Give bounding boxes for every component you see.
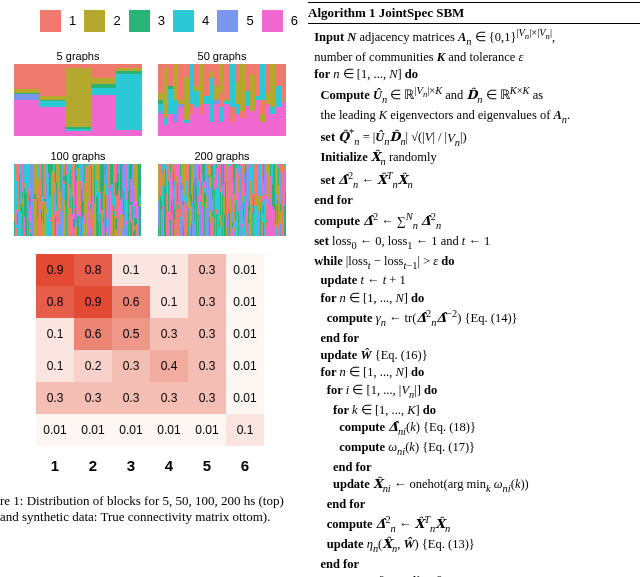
matrix-xlabel: 6 — [226, 446, 264, 479]
matrix-cell: 0.01 — [150, 414, 188, 446]
matrix-cell: 0.9 — [36, 254, 74, 286]
legend-swatch — [40, 10, 61, 32]
matrix-cell: 0.01 — [226, 254, 264, 286]
stacked-bar-chart — [14, 164, 142, 236]
matrix-cell: 0.01 — [226, 350, 264, 382]
matrix-cell: 0.5 — [112, 318, 150, 350]
legend-label: 1 — [69, 10, 76, 32]
connectivity-matrix: 0.90.80.10.10.30.010.80.90.60.10.30.010.… — [0, 254, 300, 479]
matrix-cell: 0.01 — [188, 414, 226, 446]
legend-label: 4 — [202, 10, 209, 32]
matrix-xlabel: 2 — [74, 446, 112, 479]
matrix-cell: 0.3 — [188, 382, 226, 414]
legend-swatch — [217, 10, 238, 32]
matrix-cell: 0.4 — [150, 350, 188, 382]
matrix-cell: 0.3 — [112, 382, 150, 414]
matrix-cell: 0.3 — [188, 254, 226, 286]
legend-label: 5 — [246, 10, 253, 32]
matrix-cell: 0.01 — [112, 414, 150, 446]
subplot-title: 200 graphs — [158, 150, 286, 162]
matrix-cell: 0.8 — [36, 286, 74, 318]
subplot-grid: 5 graphs50 graphs100 graphs200 graphs — [0, 50, 300, 236]
matrix-cell: 0.3 — [188, 318, 226, 350]
matrix-cell: 0.3 — [150, 318, 188, 350]
legend-swatch — [262, 10, 283, 32]
matrix-xlabel: 3 — [112, 446, 150, 479]
subplot: 200 graphs — [158, 150, 286, 236]
matrix-cell: 0.01 — [226, 286, 264, 318]
matrix-cell: 0.01 — [74, 414, 112, 446]
matrix-cell: 0.9 — [74, 286, 112, 318]
subplot-title: 100 graphs — [14, 150, 142, 162]
matrix-cell: 0.3 — [188, 350, 226, 382]
matrix-cell: 0.1 — [226, 414, 264, 446]
subplot-title: 5 graphs — [14, 50, 142, 62]
subplot-title: 50 graphs — [158, 50, 286, 62]
matrix-cell: 0.1 — [36, 350, 74, 382]
matrix-cell: 0.1 — [112, 254, 150, 286]
matrix-cell: 0.6 — [74, 318, 112, 350]
legend-label: 3 — [158, 10, 165, 32]
algorithm-block: Algorithm 1 JointSpec SBM Input N adjace… — [308, 2, 640, 577]
matrix-cell: 0.1 — [150, 254, 188, 286]
legend-label: 6 — [291, 10, 298, 32]
matrix-cell: 0.2 — [74, 350, 112, 382]
matrix-cell: 0.01 — [226, 318, 264, 350]
matrix-cell: 0.3 — [36, 382, 74, 414]
matrix-cell: 0.1 — [150, 286, 188, 318]
algorithm-body: Input N adjacency matrices An ∈ {0,1}|Vn… — [308, 26, 640, 577]
legend-swatch — [173, 10, 194, 32]
legend-label: 2 — [113, 10, 120, 32]
matrix-xlabel: 1 — [36, 446, 74, 479]
legend-swatch — [129, 10, 150, 32]
subplot: 100 graphs — [14, 150, 142, 236]
stacked-bar-chart — [158, 64, 286, 136]
matrix-cell: 0.3 — [74, 382, 112, 414]
matrix-cell: 0.1 — [36, 318, 74, 350]
subplot: 5 graphs — [14, 50, 142, 136]
stacked-bar-chart — [158, 164, 286, 236]
matrix-cell: 0.3 — [188, 286, 226, 318]
matrix-cell: 0.6 — [112, 286, 150, 318]
matrix-xlabel: 5 — [188, 446, 226, 479]
figure-caption: re 1: Distribution of blocks for 5, 50, … — [0, 493, 294, 526]
matrix-cell: 0.3 — [112, 350, 150, 382]
matrix-xlabel: 4 — [150, 446, 188, 479]
algorithm-title: Algorithm 1 JointSpec SBM — [308, 5, 464, 20]
stacked-bar-chart — [14, 64, 142, 136]
legend-swatch — [84, 10, 105, 32]
legend: 123456 — [40, 10, 300, 32]
matrix-cell: 0.01 — [36, 414, 74, 446]
matrix-cell: 0.3 — [150, 382, 188, 414]
matrix-cell: 0.01 — [226, 382, 264, 414]
matrix-cell: 0.8 — [74, 254, 112, 286]
subplot: 50 graphs — [158, 50, 286, 136]
